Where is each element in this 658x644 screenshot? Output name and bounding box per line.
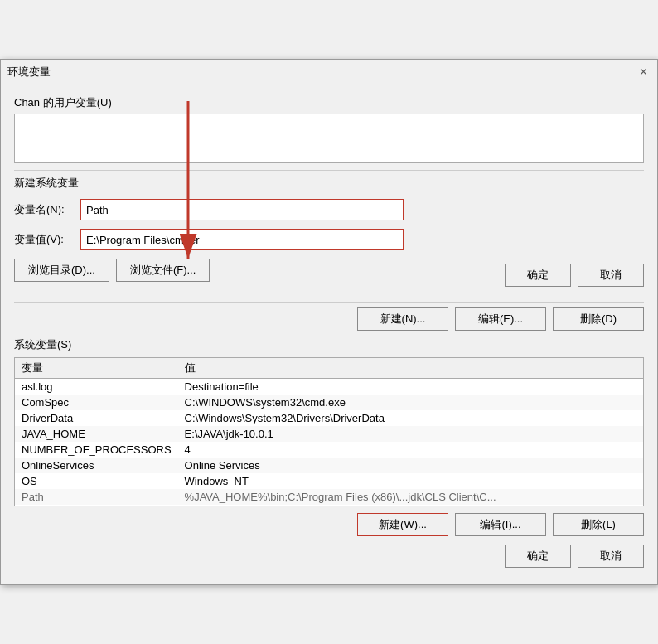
separator-line (14, 302, 644, 303)
browse-buttons-area: 浏览目录(D)... 浏览文件(F)... (14, 259, 210, 282)
sys-var-action-buttons: 新建(W)... 编辑(I)... 删除(L) (14, 513, 644, 536)
table-cell-name: OS (15, 473, 178, 489)
table-row[interactable]: Path%JAVA_HOME%\bin;C:\Program Files (x8… (15, 489, 643, 505)
form-ok-button[interactable]: 确定 (505, 264, 571, 287)
browse-file-button[interactable]: 浏览文件(F)... (116, 259, 210, 282)
main-window: 环境变量 × Chan 的用户变量(U) 新建系统变量 变量名(N): 变量值(… (0, 59, 658, 585)
close-button[interactable]: × (636, 65, 651, 79)
var-name-row: 变量名(N): (14, 199, 644, 220)
table-cell-value: %JAVA_HOME%\bin;C:\Program Files (x86)\.… (178, 489, 643, 505)
table-row[interactable]: asl.logDestination=file (15, 379, 643, 395)
table-cell-name: OnlineServices (15, 458, 178, 473)
final-cancel-button[interactable]: 取消 (578, 545, 644, 568)
table-row[interactable]: NUMBER_OF_PROCESSORS4 (15, 442, 643, 458)
edit-var-button[interactable]: 编辑(E)... (455, 307, 546, 331)
window-title: 环境变量 (7, 65, 51, 80)
table-cell-name: ComSpec (15, 395, 178, 410)
user-vars-box (14, 114, 644, 163)
title-bar: 环境变量 × (1, 60, 657, 85)
table-row[interactable]: ComSpecC:\WINDOWS\system32\cmd.exe (15, 395, 643, 410)
table-cell-value: Online Services (178, 458, 643, 473)
col-name-header: 变量 (15, 358, 178, 379)
var-value-label: 变量值(V): (14, 232, 80, 247)
table-cell-value: Windows_NT (178, 473, 643, 489)
var-action-buttons: 新建(N)... 编辑(E)... 删除(D) (14, 307, 644, 331)
var-name-label: 变量名(N): (14, 202, 80, 217)
table-cell-value: E:\JAVA\jdk-10.0.1 (178, 426, 643, 442)
table-cell-value: C:\WINDOWS\system32\cmd.exe (178, 395, 643, 410)
table-cell-value: C:\Windows\System32\Drivers\DriverData (178, 410, 643, 426)
var-value-input[interactable] (80, 229, 404, 250)
divider-1 (14, 170, 644, 171)
confirm-cancel-area: 确定 取消 (505, 264, 644, 287)
sys-vars-title: 系统变量(S) (14, 337, 644, 352)
browse-dir-button[interactable]: 浏览目录(D)... (14, 259, 109, 282)
delete-var-button[interactable]: 删除(D) (553, 307, 644, 331)
table-row[interactable]: OnlineServicesOnline Services (15, 458, 643, 473)
var-name-input[interactable] (80, 199, 404, 220)
form-cancel-button[interactable]: 取消 (578, 264, 644, 287)
new-sys-var-title: 新建系统变量 (14, 176, 644, 191)
new-var-button[interactable]: 新建(N)... (357, 307, 448, 331)
col-value-header: 值 (178, 358, 643, 379)
sys-vars-section: 系统变量(S) 变量 值 asl.logDestination=fileComS… (14, 337, 644, 536)
table-cell-name: JAVA_HOME (15, 426, 178, 442)
table-row[interactable]: DriverDataC:\Windows\System32\Drivers\Dr… (15, 410, 643, 426)
edit-sys-var-button[interactable]: 编辑(I)... (455, 513, 546, 536)
sys-vars-table-container[interactable]: 变量 值 asl.logDestination=fileComSpecC:\WI… (14, 357, 644, 506)
table-cell-name: asl.log (15, 379, 178, 395)
table-cell-value: 4 (178, 442, 643, 458)
final-buttons: 确定 取消 (14, 545, 644, 574)
final-ok-button[interactable]: 确定 (505, 545, 571, 568)
sys-vars-table: 变量 值 asl.logDestination=fileComSpecC:\WI… (15, 358, 643, 505)
table-cell-name: NUMBER_OF_PROCESSORS (15, 442, 178, 458)
var-value-row: 变量值(V): (14, 229, 644, 250)
table-row[interactable]: JAVA_HOMEE:\JAVA\jdk-10.0.1 (15, 426, 643, 442)
table-cell-value: Destination=file (178, 379, 643, 395)
table-cell-name: DriverData (15, 410, 178, 426)
delete-sys-var-button[interactable]: 删除(L) (553, 513, 644, 536)
user-vars-title: Chan 的用户变量(U) (14, 95, 644, 110)
new-sys-var-button[interactable]: 新建(W)... (357, 513, 448, 536)
table-cell-name: Path (15, 489, 178, 505)
table-row[interactable]: OSWindows_NT (15, 473, 643, 489)
window-content: Chan 的用户变量(U) 新建系统变量 变量名(N): 变量值(V): 浏览目… (1, 85, 657, 584)
